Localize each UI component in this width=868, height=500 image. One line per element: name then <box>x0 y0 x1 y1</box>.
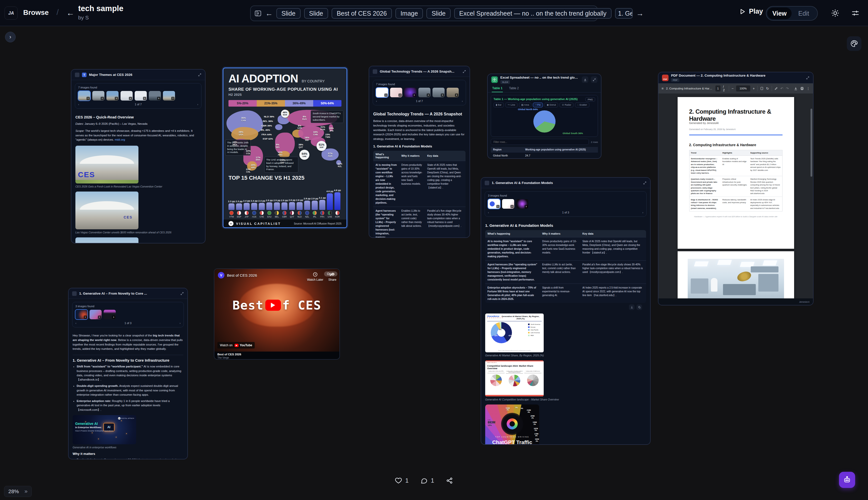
tab-edit[interactable]: Edit <box>792 8 816 19</box>
table-row[interactable]: Global North24.7 <box>491 152 598 159</box>
card-drag-handle-icon[interactable] <box>373 69 377 74</box>
slide-chip-excel[interactable]: Excel Spreadsheet — no .. on the tech tr… <box>454 8 612 19</box>
gallery-thumbnail[interactable]: 5 <box>433 88 445 97</box>
rotate-icon[interactable]: ↻ <box>766 87 769 90</box>
chart-type-area[interactable]: ▨ Area <box>519 103 531 107</box>
breadcrumb-browse[interactable]: Browse <box>23 9 49 16</box>
gallery-thumbnail[interactable]: 5 <box>135 91 147 101</box>
chart-type-line[interactable]: 〜 Line <box>505 103 518 107</box>
verge-channel-avatar[interactable]: V <box>218 272 224 279</box>
print-icon[interactable] <box>800 87 804 90</box>
gallery-thumbnail[interactable]: 3 <box>404 88 416 97</box>
tab-view[interactable]: View <box>767 8 792 19</box>
gallery-thumbnail[interactable]: 2 <box>502 199 514 209</box>
slide-chip-1[interactable]: Slide <box>276 8 301 19</box>
pdf-zoom-value[interactable]: 100% <box>736 86 750 91</box>
slide-chip-best-of-ces[interactable]: Best of CES 2026 <box>332 8 392 19</box>
card-genai-foundation[interactable]: 1. Generative AI & Foundation Models 3 i… <box>481 177 650 445</box>
gallery-thumbnail[interactable]: 2 <box>390 88 402 97</box>
card-drag-handle-icon[interactable] <box>485 181 489 185</box>
copy-table-button[interactable] <box>636 305 642 310</box>
card-ai-adoption-infographic[interactable]: AI ADOPTION BY COUNTRY SHARE OF WORKING-… <box>223 68 347 228</box>
slide-chip-2[interactable]: Slide <box>304 8 329 19</box>
pdf-scrollbar[interactable] <box>811 109 812 177</box>
tab-table-2[interactable]: Table 2 <box>508 85 519 92</box>
watch-later-button[interactable]: Watch Later <box>307 272 323 282</box>
comment-button[interactable]: 1 <box>420 477 434 484</box>
gallery-next-icon[interactable]: › <box>462 100 463 103</box>
gallery-prev-icon[interactable]: ‹ <box>376 100 377 103</box>
nav-left-arrow[interactable]: ← <box>265 9 273 18</box>
theme-palette-button[interactable] <box>847 36 861 51</box>
gallery-thumbnail[interactable]: 2 <box>92 91 104 101</box>
open-video-button[interactable]: Open <box>324 271 337 276</box>
back-button[interactable]: ← <box>65 8 76 18</box>
slide-chip-truncated[interactable]: 1. Ge <box>615 8 633 19</box>
expand-card-icon[interactable] <box>198 73 201 77</box>
pdf-page-input[interactable]: 1 <box>715 86 721 91</box>
slide-chip-image[interactable]: Image <box>396 8 423 19</box>
app-logo[interactable]: JA <box>4 7 18 20</box>
gallery-thumbnail[interactable]: 2 <box>90 310 102 319</box>
chart-type-pie[interactable]: ◔ Pie <box>533 103 543 107</box>
card-global-trends[interactable]: Global Technology Trends — A 2026 Snapsh… <box>369 66 470 238</box>
card-pdf-document[interactable]: PDF PDF Document — 2. Computing Infrastr… <box>658 72 813 305</box>
fit-page-icon[interactable] <box>760 87 764 90</box>
gallery-thumbnail[interactable]: 3 <box>104 310 116 319</box>
zoom-out-icon[interactable]: − <box>732 87 734 90</box>
gallery-thumbnail[interactable]: 1 <box>75 310 88 319</box>
download-button[interactable] <box>582 76 588 83</box>
gallery-thumbnail[interactable]: 3 <box>107 91 119 101</box>
gallery-thumbnail[interactable]: 4 <box>121 91 133 101</box>
expand-card-icon[interactable] <box>180 292 184 295</box>
pdf-viewer[interactable]: 2. Computing Infrastructure & Hardware G… <box>658 93 813 298</box>
theme-toggle-button[interactable] <box>830 8 840 18</box>
gallery-next-icon[interactable]: › <box>642 211 643 214</box>
annotate-icon[interactable] <box>775 87 778 90</box>
nav-right-arrow[interactable]: → <box>636 9 644 18</box>
pdf-menu-icon[interactable]: ≡ <box>661 87 664 90</box>
gallery-thumbnail[interactable]: 3 <box>516 199 528 209</box>
download-table-button[interactable] <box>629 305 634 310</box>
chart-type-bar[interactable]: ▮ Bar <box>493 103 504 107</box>
assistant-button[interactable] <box>839 472 855 488</box>
share-button[interactable] <box>446 477 454 484</box>
gallery-thumbnail[interactable]: 6 <box>447 88 459 97</box>
card-drag-handle-icon[interactable] <box>75 72 79 77</box>
expand-card-icon[interactable] <box>591 76 598 83</box>
gallery-thumbnail[interactable]: 1 <box>78 91 90 101</box>
zoom-in-icon[interactable]: + <box>753 87 755 90</box>
tab-table-1[interactable]: Table 1 <box>492 85 503 92</box>
redo-icon[interactable]: ↷ <box>786 87 789 90</box>
gallery-thumbnail[interactable]: 6 <box>149 91 161 101</box>
zoom-expand-chevrons[interactable]: » <box>24 488 27 495</box>
settings-button[interactable] <box>850 8 860 18</box>
gallery-next-icon[interactable]: › <box>197 103 198 106</box>
filter-rows-input[interactable] <box>491 139 589 145</box>
card-youtube-video[interactable]: V Best of CES 2026 Watch Later Share Ope… <box>214 269 340 360</box>
like-button[interactable]: 1 <box>395 477 409 484</box>
slide-chip-5[interactable]: Slide <box>426 8 450 19</box>
gallery-prev-icon[interactable]: ‹ <box>78 103 79 106</box>
chart-type-scatter[interactable]: ∴ Scatter <box>575 103 589 107</box>
card-excel-spreadsheet[interactable]: Excel Spreadsheet — no .. on the tech tr… <box>487 73 601 159</box>
card-drag-handle-icon[interactable] <box>72 291 77 296</box>
chart-type-radar[interactable]: ⊙ Radar <box>559 103 573 107</box>
watch-on-youtube-button[interactable]: Watch on YouTube <box>218 342 255 349</box>
play-button[interactable]: Play <box>739 8 763 15</box>
expand-card-icon[interactable] <box>463 70 466 73</box>
video-title-overlay[interactable]: Best of CES 2026 <box>227 273 257 277</box>
undo-icon[interactable]: ↶ <box>780 87 783 90</box>
video-thumbnail[interactable]: V Best of CES 2026 Watch Later Share Ope… <box>214 269 340 352</box>
more-options-icon[interactable]: ⋮ <box>806 87 810 90</box>
export-png-button[interactable]: PNG <box>585 97 595 102</box>
youtube-play-button[interactable] <box>265 300 281 311</box>
gallery-thumbnail[interactable]: 4 <box>418 88 431 97</box>
chart-type-donut[interactable]: ◉ Donut <box>544 103 558 107</box>
expand-card-icon[interactable] <box>806 76 810 80</box>
table-row[interactable]: Global South14.1 <box>491 159 598 159</box>
card-major-themes[interactable]: T Major Themes at CES 2026 7 images foun… <box>71 69 205 243</box>
collapse-panel-icon[interactable] <box>254 10 262 17</box>
gallery-thumbnail[interactable]: 7 <box>163 91 175 101</box>
gallery-prev-icon[interactable]: ‹ <box>488 211 489 214</box>
